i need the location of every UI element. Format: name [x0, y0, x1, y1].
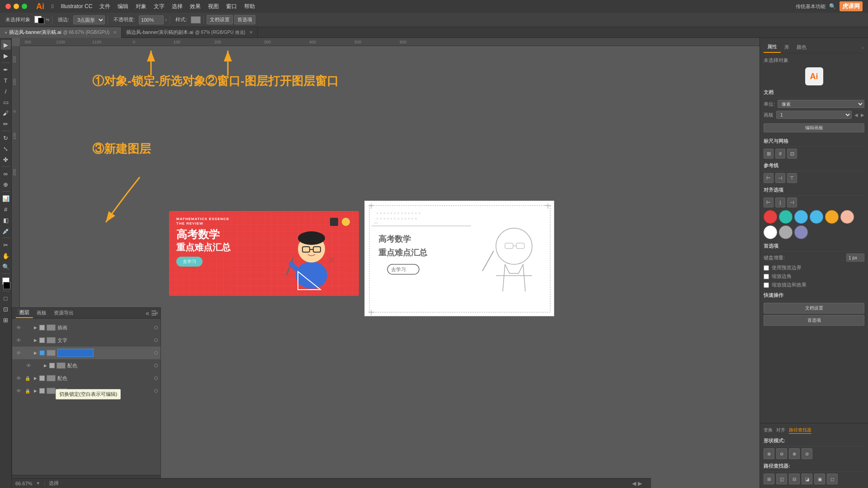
mesh-tool[interactable]: #: [1, 204, 11, 214]
snap-toggle-btn[interactable]: ⊡: [787, 149, 797, 159]
unit-select[interactable]: 像素 毫米 厘米: [778, 100, 864, 108]
minus-back-btn[interactable]: ◻: [827, 474, 838, 484]
artboard-tab[interactable]: 画板: [33, 308, 50, 318]
column-graph-tool[interactable]: 📊: [1, 193, 11, 203]
pathfinder-tab[interactable]: 路径查找器: [789, 427, 811, 434]
layer-visibility-color[interactable]: 👁: [15, 375, 22, 382]
tab-copy-close-icon[interactable]: ✕: [249, 30, 253, 35]
banner-cta-button[interactable]: 去学习: [176, 257, 203, 267]
layer-lock-color-sub[interactable]: [34, 362, 41, 369]
minimize-button[interactable]: [14, 4, 19, 9]
menu-effect[interactable]: 效果: [186, 3, 204, 10]
menu-object[interactable]: 对象: [132, 3, 150, 10]
artboard-next-icon[interactable]: ▶: [861, 113, 864, 117]
layer-lock-original[interactable]: 🔒: [24, 387, 31, 394]
align-right-btn[interactable]: ⊣: [787, 197, 797, 207]
type-tool[interactable]: T: [1, 75, 11, 85]
stroke-color-indicator[interactable]: [3, 282, 10, 289]
align-tab[interactable]: 对齐: [776, 427, 785, 434]
libraries-tab[interactable]: 库: [781, 42, 793, 52]
select-tool[interactable]: ▶: [1, 40, 11, 50]
scale-checkbox[interactable]: [764, 282, 769, 288]
panel-close-icon[interactable]: ✕: [155, 308, 159, 319]
swatch-lightblue[interactable]: [810, 210, 823, 224]
guide-btn3[interactable]: ⊤: [787, 173, 797, 183]
round-checkbox[interactable]: [764, 274, 769, 279]
swatch-teal[interactable]: [779, 210, 793, 224]
panel-drag-icon[interactable]: ⋮⋮: [15, 308, 28, 315]
puppet-warp-tool[interactable]: ✤: [1, 155, 11, 164]
draw-mode-normal[interactable]: □: [1, 293, 11, 303]
menu-type[interactable]: 文字: [150, 3, 168, 10]
asset-export-tab[interactable]: 资源导出: [50, 308, 77, 318]
zoom-dropdown-icon[interactable]: ▼: [36, 481, 40, 486]
menu-edit[interactable]: 编辑: [114, 3, 132, 10]
intersect-btn[interactable]: ⊗: [789, 448, 800, 459]
grid-toggle-btn[interactable]: #: [775, 149, 785, 159]
layer-visibility-color-sub[interactable]: 👁: [25, 362, 32, 369]
align-center-btn[interactable]: |: [775, 197, 785, 207]
layer-row-color-scheme-sub[interactable]: 👁 ▶ 配色: [12, 359, 160, 372]
layer-visibility-editing[interactable]: 👁: [15, 349, 22, 357]
layer-lock-editing[interactable]: [24, 349, 31, 357]
layer-row-editing[interactable]: 👁 ▶: [12, 347, 160, 359]
layer-expand-text[interactable]: ▶: [33, 338, 38, 343]
maximize-button[interactable]: [22, 4, 27, 9]
change-screen-mode[interactable]: ⊞: [1, 315, 11, 325]
unite-btn[interactable]: ⊕: [764, 448, 774, 459]
close-button[interactable]: [5, 4, 11, 9]
stroke-type-select[interactable]: 3点圆形: [73, 15, 105, 24]
doc-settings-button[interactable]: 文档设置: [207, 15, 233, 24]
menu-file[interactable]: 文件: [96, 3, 114, 10]
keyboard-increment-input[interactable]: [846, 253, 864, 262]
panel-collapse-icon[interactable]: «: [146, 310, 149, 317]
guide-btn1[interactable]: ⊢: [764, 173, 774, 183]
pencil-tool[interactable]: ✏: [1, 119, 11, 129]
layer-expand-illustration[interactable]: ▶: [33, 325, 38, 330]
layer-row-text[interactable]: 👁 ▶ 文字: [12, 334, 160, 347]
artboard-prev-icon[interactable]: ◀: [854, 113, 858, 117]
layer-visibility-original[interactable]: 👁: [15, 387, 22, 394]
swatch-peach[interactable]: [840, 210, 854, 224]
layer-lock-text[interactable]: [24, 337, 31, 344]
gradient-tool[interactable]: ◧: [1, 215, 11, 225]
rect-tool[interactable]: ▭: [1, 97, 11, 107]
ruler-toggle-btn[interactable]: ⊞: [764, 149, 774, 159]
doc-settings-shortcut-button[interactable]: 文档设置: [764, 303, 864, 314]
trim-btn[interactable]: ◫: [776, 474, 787, 484]
layer-name-input[interactable]: [57, 349, 94, 357]
blend-tool[interactable]: ∞: [1, 169, 11, 178]
outline-btn[interactable]: ▣: [814, 474, 825, 484]
menu-apple[interactable]: : [48, 3, 57, 9]
pen-tool[interactable]: ✒: [1, 65, 11, 75]
merge-btn[interactable]: ⊟: [789, 474, 800, 484]
search-icon[interactable]: 🔍: [829, 3, 836, 9]
eyedropper-tool[interactable]: 💉: [1, 226, 11, 236]
tab-copy[interactable]: 插边风-banner演示稿的副本.ai @ 67% (RGB/GPU 推送) ✕: [122, 27, 258, 38]
minus-front-btn[interactable]: ⊖: [776, 448, 787, 459]
swatch-lavender[interactable]: [794, 225, 808, 239]
swatch-orange[interactable]: [825, 210, 839, 224]
divide-btn[interactable]: ⊞: [764, 474, 774, 484]
swap-fill-stroke-icon[interactable]: ⇆: [46, 17, 49, 22]
layer-visibility-illustration[interactable]: 👁: [15, 324, 22, 331]
preferences-shortcut-button[interactable]: 首选项: [764, 315, 864, 326]
menu-view[interactable]: 视图: [204, 3, 222, 10]
paintbrush-tool[interactable]: 🖌: [1, 108, 11, 118]
exclude-btn[interactable]: ⊘: [802, 448, 812, 459]
opacity-input[interactable]: [139, 15, 164, 24]
snap-checkbox[interactable]: [764, 265, 769, 271]
tab-close-icon[interactable]: ✕: [113, 30, 117, 35]
transform-tab[interactable]: 变换: [764, 427, 773, 434]
style-swatch[interactable]: [191, 16, 201, 23]
layer-row-original[interactable]: 👁 🔒 ▶ 原图: [12, 385, 160, 397]
rotate-tool[interactable]: ↻: [1, 133, 11, 143]
direct-select-tool[interactable]: ▶: [1, 51, 11, 61]
layer-expand-original[interactable]: ▶: [33, 389, 38, 393]
preferences-button[interactable]: 首选项: [234, 15, 255, 24]
next-arrow-icon[interactable]: ▶: [638, 480, 642, 487]
rpanel-expand-icon[interactable]: »: [862, 45, 864, 50]
layer-row-illustration[interactable]: 👁 ▶ 插画: [12, 321, 160, 334]
edit-artboard-button[interactable]: 编辑画板: [764, 123, 864, 132]
align-left-btn[interactable]: ⊢: [764, 197, 774, 207]
